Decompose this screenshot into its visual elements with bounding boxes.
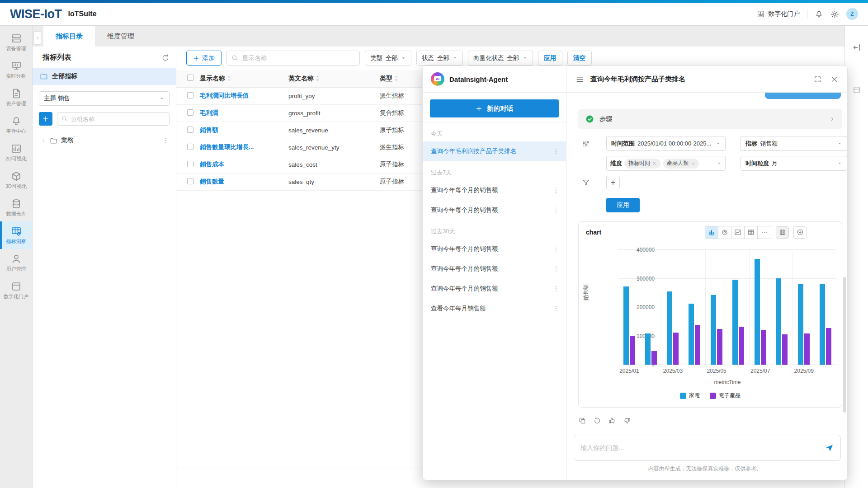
more-options-icon[interactable] [552,265,560,272]
column-header[interactable]: 显示名称 [197,70,286,87]
select-all-checkbox[interactable] [187,75,193,81]
line-chart-button[interactable] [731,226,745,239]
bar-家電-2025/09[interactable] [798,284,803,365]
conversation-item[interactable]: 查看今年每月销售额 [423,299,566,319]
download-chart-button[interactable] [793,226,807,239]
sidebar-item-user[interactable]: 用户管理 [0,249,32,277]
refresh-icon[interactable] [161,54,170,62]
add-group-button[interactable] [39,112,52,126]
bar-電子產品-2025/07[interactable] [761,330,766,365]
more-options-icon[interactable] [552,148,560,155]
bar-家電-2025/01[interactable] [623,286,629,365]
sidebar-item-viz3d[interactable]: 3D可视化 [0,166,32,194]
theme-select[interactable]: 主题 销售 [39,91,170,106]
notification-bell-icon[interactable] [815,10,823,19]
remove-tag-icon[interactable] [691,161,695,166]
conversation-item[interactable]: 查询今年每个月的销售额 [423,180,566,200]
sidebar-item-warehouse[interactable]: 数据仓库 [0,194,32,221]
side-panel-icon[interactable] [852,85,861,94]
conversation-item[interactable]: 查询今年每个月的销售额 [423,279,566,299]
dimension-tag-metrictime[interactable]: 指标时间 [625,159,660,169]
menu-icon[interactable] [576,75,584,84]
metric-name-link[interactable]: 銷售數量 [200,178,224,185]
sidebar-item-viz2d[interactable]: 2D可视化 [0,139,32,166]
more-options-icon[interactable] [552,187,560,194]
more-options-icon[interactable] [552,305,560,312]
settings-gear-icon[interactable] [830,10,839,19]
expand-caret-icon[interactable] [41,138,46,143]
metric-name-link[interactable]: 銷售額 [200,127,218,133]
metric-name-link[interactable]: 銷售數量環比增長... [200,144,254,150]
regenerate-icon[interactable] [593,417,601,425]
save-chart-button[interactable] [776,226,789,239]
group-search-input[interactable] [57,112,170,126]
bar-電子產品-2025/09[interactable] [804,333,810,365]
conversation-item[interactable]: 查询今年每个月的销售额 [423,259,566,279]
conversation-item[interactable]: 查询今年毛利润按产品子类排名 [423,141,566,161]
metric-name-link[interactable]: 銷售成本 [200,161,224,168]
fullscreen-icon[interactable] [814,75,821,83]
metric-name-link[interactable]: 毛利潤同比增長值 [200,92,249,99]
column-header[interactable]: 英文名称 [286,70,377,87]
new-chat-button[interactable]: 新的对话 [430,99,559,117]
bar-家電-2025/04[interactable] [689,304,694,365]
row-checkbox[interactable] [187,178,193,184]
row-checkbox[interactable] [187,92,193,99]
legend-item-家電[interactable]: 家電 [680,392,700,399]
dimension-tag-category[interactable]: 產品大類 [663,159,699,169]
sort-icon[interactable] [316,75,320,81]
sidebar-item-asset[interactable]: 资产管理 [0,84,32,111]
send-icon[interactable] [825,443,834,452]
time-range-select[interactable]: 时间范围 2025/01/01 00:00:00-2025... [606,136,726,151]
row-checkbox[interactable] [187,144,193,150]
sidebar-item-device[interactable]: 设备管理 [0,28,32,56]
bar-電子產品-2025/08[interactable] [782,334,788,365]
type-filter-select[interactable]: 类型 全部 [365,51,411,66]
tree-item-business[interactable]: 業務 [33,133,176,148]
bar-家電-2025/03[interactable] [667,291,672,365]
expand-tree-button[interactable] [33,31,41,45]
sidebar-item-portal[interactable]: 数字化门户 [0,277,32,304]
digital-portal-button[interactable]: 数字化门户 [757,10,800,18]
status-filter-select[interactable]: 状态 全部 [416,51,463,66]
conversation-item[interactable]: 查询今年每个月的销售额 [423,200,566,220]
bar-家電-2025/08[interactable] [776,278,781,365]
collapse-panel-icon[interactable] [852,43,861,52]
granularity-select[interactable]: 时间粒度 月 [741,156,847,171]
bar-家電-2025/10[interactable] [820,284,825,365]
row-checkbox[interactable] [187,161,193,167]
tab-metric-catalog[interactable]: 指标目录 [43,26,95,47]
panel-resize-handle[interactable] [175,73,177,83]
metric-name-link[interactable]: 毛利潤 [200,109,218,116]
vector-status-filter-select[interactable]: 向量化状态 全部 [468,51,533,66]
metric-search-input[interactable] [226,51,360,66]
row-checkbox[interactable] [187,127,193,133]
sort-icon[interactable] [227,75,231,81]
copy-icon[interactable] [578,417,586,425]
clear-filter-button[interactable]: 清空 [567,51,592,66]
sort-icon[interactable] [394,75,398,81]
bar-電子產品-2025/06[interactable] [739,327,744,365]
add-metric-button[interactable]: 添加 [186,51,222,66]
bar-電子產品-2025/05[interactable] [717,329,722,365]
thumb-up-icon[interactable] [608,417,616,425]
more-options-icon[interactable] [552,285,560,292]
tree-item-all-metrics[interactable]: 全部指标 [33,68,176,85]
apply-query-button[interactable]: 应用 [606,198,640,212]
chat-scrollbar[interactable] [843,277,846,413]
bar-家電-2025/06[interactable] [732,280,738,365]
steps-collapse[interactable]: 步骤 [578,109,842,129]
sidebar-item-metric[interactable]: 指标洞察 [0,221,32,249]
remove-tag-icon[interactable] [652,161,657,166]
conversation-item[interactable]: 查询今年每个月的销售额 [423,239,566,259]
donut-chart-button[interactable] [718,226,731,239]
tab-dimension-mgmt[interactable]: 维度管理 [95,26,146,47]
apply-filter-button[interactable]: 应用 [538,51,562,66]
bar-家電-2025/05[interactable] [711,295,716,365]
legend-item-電子產品[interactable]: 電子產品 [710,392,741,399]
sidebar-item-realtime[interactable]: 实时分析 [0,56,32,84]
question-input[interactable] [580,444,825,451]
more-options-icon[interactable] [552,206,560,214]
bar-電子產品-2025/04[interactable] [695,325,700,365]
bar-電子產品-2025/10[interactable] [826,328,831,365]
